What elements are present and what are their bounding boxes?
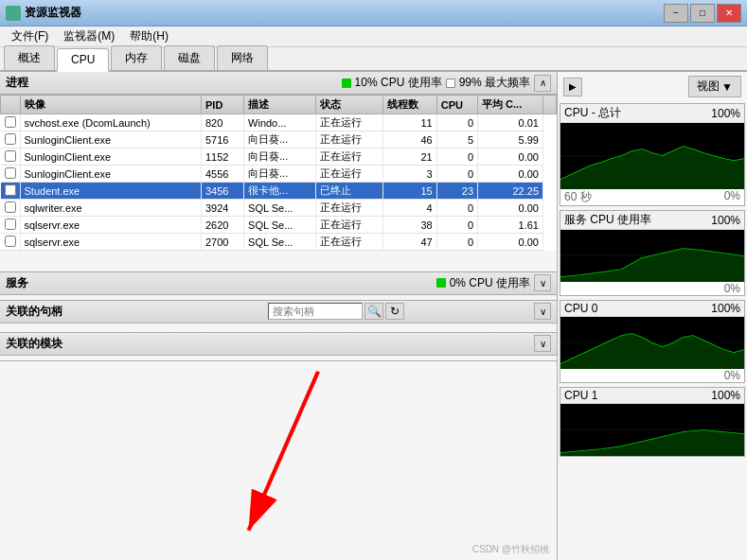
tab-network[interactable]: 网络 xyxy=(217,45,268,70)
cell-threads-1: 46 xyxy=(383,131,437,149)
cell-status-6: 正在运行 xyxy=(315,217,382,234)
cell-image-3: SunloginClient.exe xyxy=(20,166,202,183)
row-checkbox-4[interactable] xyxy=(5,184,16,196)
cell-cpu-5: 0 xyxy=(436,200,477,217)
services-collapse-btn[interactable]: ∨ xyxy=(534,274,551,291)
cell-image-1: SunloginClient.exe xyxy=(20,131,202,149)
cpu-total-chart: CPU - 总计 100% 60 秒 0% xyxy=(560,103,745,206)
cell-avg-cpu-0: 0.01 xyxy=(478,114,543,131)
cell-desc-3: 向日葵... xyxy=(244,166,316,183)
services-section-header: 服务 0% CPU 使用率 ∨ xyxy=(0,272,557,295)
cell-pid-3: 4556 xyxy=(202,166,244,183)
cell-image-2: SunloginClient.exe xyxy=(20,149,202,166)
row-checkbox-0[interactable] xyxy=(5,116,16,128)
col-cpu[interactable]: CPU xyxy=(436,96,477,114)
row-checkbox-7[interactable] xyxy=(5,236,16,247)
col-desc[interactable]: 描述 xyxy=(244,96,316,114)
cell-status-5: 正在运行 xyxy=(315,200,382,217)
tab-cpu[interactable]: CPU xyxy=(57,48,109,72)
service-cpu-max: 100% xyxy=(711,214,740,227)
table-row[interactable]: sqlservr.exe 2700 SQL Se... 正在运行 47 0 0.… xyxy=(1,234,557,251)
handles-refresh-btn[interactable]: ↻ xyxy=(385,303,404,320)
cell-avg-cpu-6: 1.61 xyxy=(478,217,543,234)
cpu0-title: CPU 0 xyxy=(564,302,597,315)
svg-line-1 xyxy=(249,371,319,530)
cell-threads-2: 21 xyxy=(383,149,437,166)
cell-avg-cpu-3: 0.00 xyxy=(478,166,543,183)
menu-file[interactable]: 文件(F) xyxy=(4,26,56,46)
cell-status-2: 正在运行 xyxy=(315,149,382,166)
tab-overview[interactable]: 概述 xyxy=(4,45,55,70)
right-panel: ▶ 视图 ▼ CPU - 总计 100% xyxy=(558,72,747,560)
handles-search-btn[interactable]: 🔍 xyxy=(365,303,383,320)
modules-title: 关联的模块 xyxy=(6,336,530,352)
row-checkbox-5[interactable] xyxy=(5,201,16,213)
col-threads[interactable]: 线程数 xyxy=(383,96,437,114)
process-section-header: 进程 10% CPU 使用率 99% 最大频率 ∧ xyxy=(0,72,557,95)
col-avg-cpu[interactable]: 平均 C... xyxy=(478,96,543,114)
table-row[interactable]: Student.exe 3456 很卡他... 已终止 15 23 22.25 xyxy=(1,183,557,200)
menu-help[interactable]: 帮助(H) xyxy=(122,26,176,46)
table-row[interactable]: sqlservr.exe 2620 SQL Se... 正在运行 38 0 1.… xyxy=(1,217,557,234)
modules-section-header: 关联的模块 ∨ xyxy=(0,333,557,356)
col-pid[interactable]: PID xyxy=(202,96,244,114)
table-row[interactable]: SunloginClient.exe 1152 向日葵... 正在运行 21 0… xyxy=(1,149,557,166)
cell-threads-3: 3 xyxy=(383,166,437,183)
cpu0-chart: CPU 0 100% 0% xyxy=(560,300,745,383)
cell-avg-cpu-2: 0.00 xyxy=(478,149,543,166)
cpu-total-title: CPU - 总计 xyxy=(564,105,621,121)
right-expand-btn[interactable]: ▶ xyxy=(563,78,582,96)
cpu-total-min: 0% xyxy=(724,189,740,205)
cell-cpu-6: 0 xyxy=(436,217,477,234)
col-checkbox xyxy=(1,96,21,114)
cell-image-4: Student.exe xyxy=(20,183,202,200)
cpu0-max: 100% xyxy=(711,302,740,315)
cell-desc-6: SQL Se... xyxy=(244,217,316,234)
cell-status-3: 正在运行 xyxy=(315,166,382,183)
cell-desc-5: SQL Se... xyxy=(244,200,316,217)
cell-status-4: 已终止 xyxy=(315,183,382,200)
close-button[interactable]: ✕ xyxy=(717,4,741,23)
cell-avg-cpu-4: 22.25 xyxy=(478,183,543,200)
table-row[interactable]: sqlwriter.exe 3924 SQL Se... 正在运行 4 0 0.… xyxy=(1,200,557,217)
col-scroll-placeholder xyxy=(543,96,557,114)
minimize-button[interactable]: − xyxy=(664,4,688,23)
handles-section-header: 关联的句柄 🔍 ↻ ∨ xyxy=(0,301,557,324)
row-checkbox-1[interactable] xyxy=(5,133,16,145)
menu-bar: 文件(F) 监视器(M) 帮助(H) xyxy=(0,26,747,47)
menu-monitor[interactable]: 监视器(M) xyxy=(56,26,122,46)
watermark: CSDN @竹秋招桃 xyxy=(472,543,549,556)
cell-status-7: 正在运行 xyxy=(315,234,382,251)
cpu-total-time: 60 秒 xyxy=(564,189,592,205)
handles-title: 关联的句柄 xyxy=(6,304,264,320)
modules-collapse-btn[interactable]: ∨ xyxy=(534,335,551,352)
row-checkbox-6[interactable] xyxy=(5,219,16,230)
cell-threads-0: 11 xyxy=(383,114,437,131)
table-row[interactable]: SunloginClient.exe 5716 向日葵... 正在运行 46 5… xyxy=(1,131,557,149)
cell-pid-5: 3924 xyxy=(202,200,244,217)
services-dot xyxy=(436,278,446,288)
cell-threads-6: 38 xyxy=(383,217,437,234)
table-row[interactable]: svchost.exe (DcomLaunch) 820 Windo... 正在… xyxy=(1,114,557,131)
tab-disk[interactable]: 磁盘 xyxy=(164,45,215,70)
cell-cpu-0: 0 xyxy=(436,114,477,131)
maximize-button[interactable]: □ xyxy=(690,4,715,23)
process-collapse-btn[interactable]: ∧ xyxy=(534,75,551,92)
cpu1-title: CPU 1 xyxy=(564,389,597,402)
process-title: 进程 xyxy=(6,75,342,91)
cell-threads-5: 4 xyxy=(383,200,437,217)
cell-status-0: 正在运行 xyxy=(315,114,382,131)
row-checkbox-2[interactable] xyxy=(5,150,16,162)
tab-memory[interactable]: 内存 xyxy=(111,45,162,70)
title-bar: 资源监视器 − □ ✕ xyxy=(0,0,747,26)
handles-search-input[interactable] xyxy=(268,303,363,320)
cpu1-chart: CPU 1 100% xyxy=(560,387,745,457)
row-checkbox-3[interactable] xyxy=(5,167,16,179)
handles-collapse-btn[interactable]: ∨ xyxy=(534,303,551,320)
col-image[interactable]: 映像 xyxy=(20,96,202,114)
col-status[interactable]: 状态 xyxy=(315,96,382,114)
tab-bar: 概述 CPU 内存 磁盘 网络 xyxy=(0,47,747,72)
cell-threads-7: 47 xyxy=(383,234,437,251)
table-row[interactable]: SunloginClient.exe 4556 向日葵... 正在运行 3 0 … xyxy=(1,166,557,183)
view-button[interactable]: 视图 ▼ xyxy=(688,76,741,97)
